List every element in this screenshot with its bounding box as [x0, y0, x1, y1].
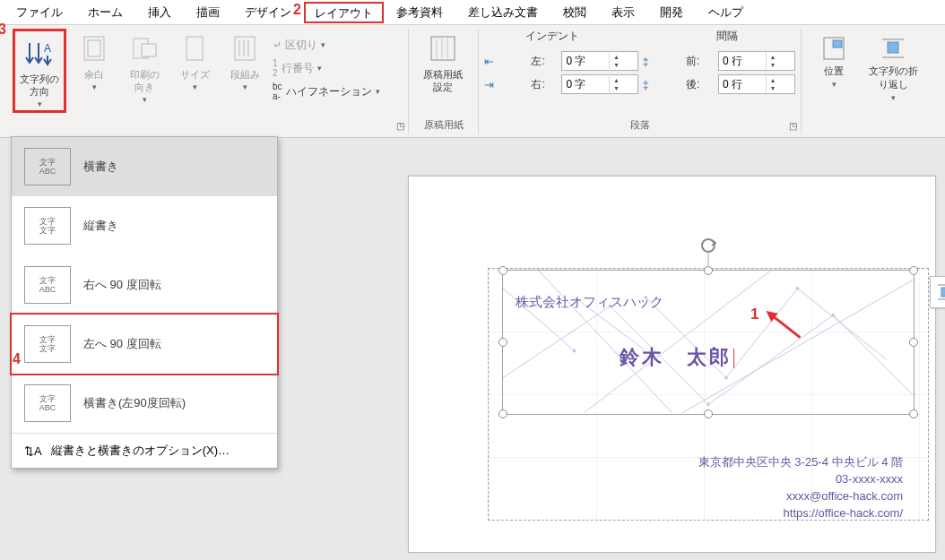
columns-label: 段組み	[222, 68, 267, 81]
wrap-text-icon	[866, 32, 920, 65]
margins-label: 余白	[72, 68, 117, 81]
group-arrange: 位置▾ 文字列の折 り返し▾	[802, 29, 925, 134]
spin-up[interactable]: ▲	[610, 76, 622, 84]
line-numbers-icon: 12	[273, 58, 278, 78]
hyphenation-icon: bca-	[273, 82, 282, 101]
orientation-button[interactable]: 印刷の 向き▾	[122, 29, 167, 104]
breaks-label: 区切り	[285, 38, 317, 53]
text-direction-horizontal-rotated[interactable]: 文字 ABC 横書き(左90度回転)	[12, 374, 277, 433]
layout-options-button[interactable]	[930, 276, 945, 308]
text-direction-rotate-left[interactable]: 文字 文字 左へ 90 度回転	[10, 313, 279, 375]
preview-rotate-left-icon: 文字 文字	[24, 325, 71, 363]
margins-icon	[75, 32, 113, 65]
ribbon-tabs: ファイル ホーム 挿入 描画 デザイン 2 レイアウト 参考資料 差し込み文書 …	[0, 0, 945, 25]
spin-down[interactable]: ▼	[767, 84, 779, 92]
text-direction-vertical-label: 縦書き	[83, 218, 118, 234]
text-direction-vertical[interactable]: 文字 文字 縦書き	[12, 196, 277, 255]
preview-vertical-icon: 文字 文字	[24, 207, 71, 245]
wrap-text-button[interactable]: 文字列の折 り返し▾	[866, 29, 920, 102]
position-button[interactable]: 位置▾	[807, 29, 861, 89]
indent-right-icon: ⇥	[484, 78, 527, 91]
preview-horizontal-icon: 文字 ABC	[24, 148, 71, 185]
genko-button[interactable]: 原稿用紙 設定	[414, 29, 472, 93]
rotate-handle[interactable]	[698, 237, 719, 271]
preview-horizontal-rotated-icon: 文字 ABC	[24, 384, 71, 422]
email-text: xxxx@office-hack.com	[698, 487, 903, 504]
text-direction-button[interactable]: A 文字列の 方向 ▾	[17, 33, 62, 108]
tab-layout-label: レイアウト	[315, 6, 373, 20]
paragraph-dialog-launcher[interactable]: ◳	[789, 121, 797, 131]
svg-point-43	[831, 314, 835, 317]
tab-file[interactable]: ファイル	[4, 1, 75, 23]
hyphenation-button[interactable]: bca- ハイフネーション ▾	[273, 81, 380, 102]
text-cursor	[733, 349, 734, 368]
tab-insert[interactable]: 挿入	[135, 1, 184, 23]
spacing-after-value[interactable]	[719, 78, 766, 90]
columns-button[interactable]: 段組み▾	[222, 29, 267, 91]
tab-draw[interactable]: 描画	[184, 1, 232, 23]
text-direction-rotate-right[interactable]: 文字 ABC 右へ 90 度回転	[12, 255, 277, 314]
line-numbers-button[interactable]: 12 行番号 ▾	[273, 57, 380, 79]
columns-icon	[226, 32, 264, 65]
spin-up[interactable]: ▲	[767, 53, 779, 61]
indent-header: インデント	[491, 29, 613, 44]
tab-home[interactable]: ホーム	[75, 1, 135, 23]
text-direction-horizontal[interactable]: 文字 ABC 横書き	[12, 137, 277, 196]
breaks-button[interactable]: ⤶ 区切り ▾	[273, 34, 380, 56]
indent-right-value[interactable]	[562, 78, 609, 90]
page-setup-dialog-launcher[interactable]: ◳	[396, 121, 404, 131]
svg-rect-9	[235, 37, 255, 60]
svg-rect-18	[833, 40, 842, 47]
spin-down[interactable]: ▼	[610, 61, 622, 69]
margins-button[interactable]: 余白▾	[72, 29, 117, 91]
indent-left-value[interactable]	[562, 55, 609, 67]
spin-up[interactable]: ▲	[610, 53, 622, 61]
indent-right-input[interactable]: ▲▼	[561, 74, 638, 94]
spin-up[interactable]: ▲	[767, 76, 779, 84]
text-direction-options-icon: ⇅A	[24, 444, 42, 458]
tab-view[interactable]: 表示	[599, 1, 647, 23]
annotation-4: 4	[13, 351, 21, 367]
spacing-before-value[interactable]	[719, 55, 766, 67]
text-direction-options[interactable]: ⇅A 縦書きと横書きのオプション(X)…	[12, 434, 277, 468]
tab-review[interactable]: 校閲	[551, 1, 599, 23]
tab-references[interactable]: 参考資料	[384, 1, 455, 23]
text-direction-label: 文字列の 方向	[17, 73, 62, 98]
indent-left-input[interactable]: ▲▼	[561, 51, 638, 71]
svg-rect-13	[431, 37, 455, 60]
tab-mailings[interactable]: 差し込み文書	[455, 1, 551, 23]
annotation-3: 3	[0, 22, 6, 38]
company-text: 株式会社オフィスハック	[516, 294, 663, 311]
text-direction-horizontal-rotated-label: 横書き(左90度回転)	[83, 395, 186, 411]
tab-developer[interactable]: 開発	[647, 1, 696, 23]
genko-label: 原稿用紙 設定	[414, 68, 472, 93]
text-direction-options-label: 縦書きと横書きのオプション(X)…	[51, 443, 230, 459]
spacing-after-label: 後:	[686, 77, 715, 92]
size-button[interactable]: サイズ▾	[172, 29, 217, 91]
svg-point-40	[796, 287, 800, 290]
svg-line-30	[503, 306, 610, 378]
spacing-after-input[interactable]: ▲▼	[718, 74, 795, 94]
tab-help[interactable]: ヘルプ	[696, 1, 756, 23]
page-setup-small-rows: ⤶ 区切り ▾ 12 行番号 ▾ bca- ハイフネーション ▾	[273, 34, 380, 102]
svg-point-42	[707, 402, 710, 406]
spin-down[interactable]: ▼	[767, 61, 779, 69]
spacing-before-input[interactable]: ▲▼	[718, 51, 795, 71]
svg-rect-24	[941, 288, 945, 297]
tab-layout[interactable]: 2 レイアウト	[304, 2, 384, 23]
orientation-label: 印刷の 向き	[122, 68, 167, 93]
name-textbox[interactable]: 株式会社オフィスハック 鈴木 太郎 東京都中央区中央 3-25-4 中央ビル 4…	[502, 270, 915, 415]
indent-left-label: 左:	[531, 54, 558, 69]
indent-left-icon: ⇤	[484, 55, 527, 68]
text-direction-rotate-left-label: 左へ 90 度回転	[83, 336, 161, 352]
name-text[interactable]: 鈴木 太郎	[620, 344, 734, 371]
indent-right-label: 右:	[531, 77, 558, 92]
svg-line-33	[833, 315, 914, 396]
document-canvas[interactable]: 株式会社オフィスハック 鈴木 太郎 東京都中央区中央 3-25-4 中央ビル 4…	[408, 176, 936, 553]
spin-down[interactable]: ▼	[610, 84, 622, 92]
breaks-icon: ⤶	[273, 39, 282, 51]
ribbon-body: 3 A 文字列の 方向 ▾	[0, 25, 945, 138]
textbox-content: 株式会社オフィスハック 鈴木 太郎	[503, 271, 914, 414]
mesh-background	[503, 271, 914, 414]
orientation-icon	[126, 32, 163, 65]
